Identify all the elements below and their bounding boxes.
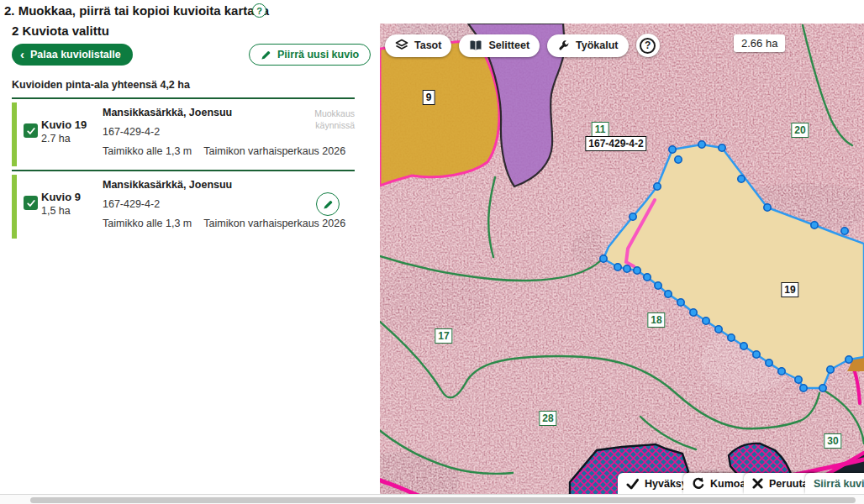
map-label-estate-id: 167-429-4-2: [585, 136, 646, 151]
total-area-text: Kuvioiden pinta-ala yhteensä 4,2 ha: [12, 79, 190, 91]
undo-icon: [692, 477, 704, 490]
map-label-19: 19: [781, 282, 798, 297]
layers-icon: [395, 39, 408, 52]
edit-kuvio-button[interactable]: [316, 192, 340, 216]
check-icon: [626, 478, 639, 490]
tools-wrench-icon: [557, 39, 570, 52]
selection-bar: [12, 102, 17, 166]
kuvio-place: Mansikkasärkkä, Joensuu: [103, 179, 232, 191]
tools-button[interactable]: Työkalut: [547, 34, 628, 57]
chevron-left-icon: ‹: [20, 48, 24, 60]
pencil-icon: [323, 199, 334, 210]
kuvio-card-19: Kuvio 19 2.7 ha Mansikkasärkkä, Joensuu …: [12, 99, 355, 170]
kuvio-area: 1,5 ha: [41, 205, 71, 217]
check-icon: [26, 198, 36, 208]
legend-book-icon: [469, 39, 482, 52]
legend-button[interactable]: Selitteet: [459, 34, 540, 57]
kuvio-operations: Taimikko alle 1,3 mTaimikon varhaisperka…: [103, 218, 345, 229]
map-label-17: 17: [435, 328, 452, 344]
edit-action-bar: Hyväksy Kumoa Peruuta Siirrä kuvion: [380, 472, 864, 494]
kuvio-9-checkbox[interactable]: [24, 196, 38, 210]
map-label-30: 30: [824, 433, 841, 449]
app-page: 2. Muokkaa, piirrä tai kopioi kuvioita k…: [0, 0, 864, 504]
layers-button[interactable]: Tasot: [385, 34, 451, 57]
area-measure-label: 2.66 ha: [734, 34, 785, 52]
selected-count-heading: 2 Kuviota valittu: [12, 24, 109, 38]
kuvio-19-checkbox[interactable]: [24, 123, 38, 138]
map-viewport[interactable]: 9 11 167-429-4-2 20 19 18 17 28 30 2.66 …: [380, 24, 864, 494]
kuvio-place: Mansikkasärkkä, Joensuu: [103, 107, 232, 118]
kuvio-estate-id: 167-429-4-2: [103, 126, 160, 138]
kuvio-label: Kuvio 19: [41, 118, 87, 131]
pencil-icon: [261, 50, 271, 60]
check-icon: [26, 126, 36, 136]
kuvio-estate-id: 167-429-4-2: [103, 198, 160, 210]
kuvio-label: Kuvio 9: [41, 191, 81, 203]
scrollbar-thumb[interactable]: [30, 497, 856, 503]
selection-bar: [12, 175, 17, 239]
map-toolbar: Tasot Selitteet Työkalut ?: [385, 34, 660, 57]
kuvio-area: 2.7 ha: [41, 133, 71, 144]
back-to-list-button[interactable]: ‹ Palaa kuviolistalle: [12, 44, 133, 66]
map-label-28: 28: [539, 411, 556, 426]
map-canvas[interactable]: [380, 24, 864, 494]
help-icon: ?: [640, 38, 656, 54]
editing-status-text: Muokkaus käynnissä: [314, 108, 355, 131]
map-label-20: 20: [791, 123, 809, 138]
draw-new-kuvio-button[interactable]: Piirrä uusi kuvio: [249, 44, 371, 66]
map-label-11: 11: [592, 122, 609, 137]
kuvio-card-9: Kuvio 9 1,5 ha Mansikkasärkkä, Joensuu 1…: [12, 171, 355, 242]
map-help-button[interactable]: ?: [636, 34, 660, 57]
map-label-18: 18: [647, 312, 665, 328]
move-kuvio-button[interactable]: Siirrä kuvion: [805, 473, 864, 494]
page-title: 2. Muokkaa, piirrä tai kopioi kuvioita k…: [4, 3, 269, 18]
kuvio-panel: 2 Kuviota valittu ‹ Palaa kuviolistalle …: [0, 18, 380, 494]
horizontal-scrollbar[interactable]: [0, 494, 864, 504]
header-help-icon[interactable]: ?: [252, 3, 266, 18]
gold-overlay-polygon: [380, 40, 499, 186]
x-icon: [752, 478, 763, 489]
kuvio-operations: Taimikko alle 1,3 mTaimikon varhaisperka…: [103, 145, 345, 157]
map-label-9: 9: [423, 90, 435, 105]
